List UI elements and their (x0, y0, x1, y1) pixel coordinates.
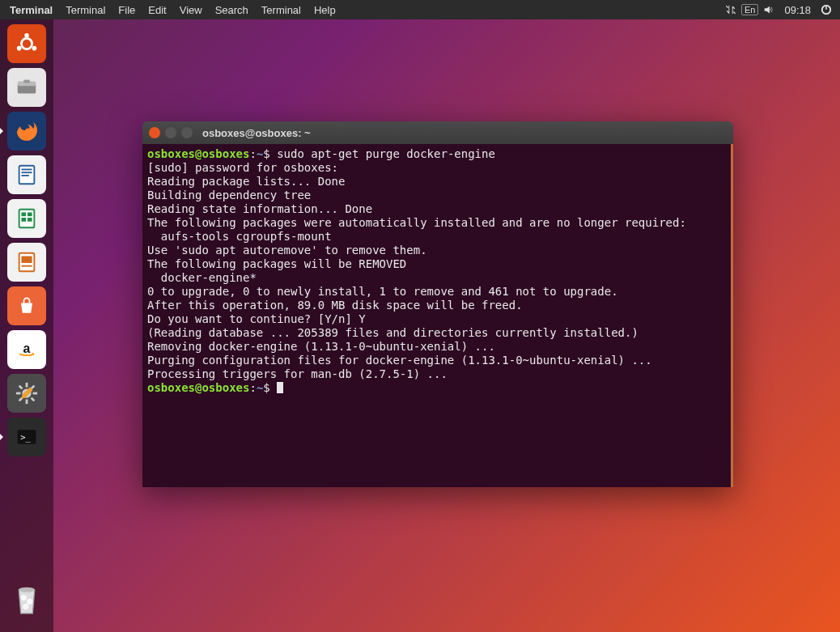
launcher-trash[interactable] (7, 580, 46, 619)
svg-text:>_: >_ (20, 432, 31, 443)
svg-point-5 (32, 46, 37, 51)
svg-line-30 (32, 386, 35, 389)
volume-icon[interactable] (758, 4, 779, 15)
terminal-window: osboxes@osboxes: ~ osboxes@osboxes:~$ su… (142, 121, 733, 487)
clock[interactable]: 09:18 (779, 4, 816, 16)
launcher-software[interactable] (7, 286, 46, 325)
launcher-impress[interactable] (7, 243, 46, 282)
launcher-writer[interactable] (7, 155, 46, 194)
terminal-cursor (277, 382, 283, 393)
window-titlebar[interactable]: osboxes@osboxes: ~ (142, 121, 733, 144)
launcher-sidebar: a>_ (0, 19, 53, 632)
svg-point-34 (19, 587, 35, 592)
minimize-icon[interactable] (165, 127, 176, 138)
menu-terminal[interactable]: Terminal (59, 4, 112, 16)
svg-rect-11 (21, 169, 32, 171)
menu-view[interactable]: View (173, 4, 209, 16)
svg-line-28 (19, 386, 23, 389)
menu-file[interactable]: File (112, 4, 142, 16)
svg-rect-18 (28, 218, 32, 222)
svg-point-35 (21, 595, 27, 600)
svg-text:a: a (23, 341, 31, 355)
svg-line-29 (32, 398, 35, 401)
svg-rect-13 (21, 175, 28, 176)
launcher-dash[interactable] (7, 24, 46, 63)
svg-rect-16 (28, 213, 32, 217)
svg-point-37 (23, 604, 28, 609)
top-menubar: Terminal Terminal File Edit View Search … (0, 0, 840, 19)
svg-point-3 (24, 33, 29, 38)
network-icon[interactable] (720, 4, 741, 15)
svg-rect-8 (23, 80, 30, 83)
launcher-settings[interactable] (7, 374, 46, 413)
power-icon[interactable] (816, 4, 837, 15)
launcher-files[interactable] (7, 68, 46, 107)
svg-point-4 (17, 46, 22, 51)
menu-edit[interactable]: Edit (142, 4, 172, 16)
menu-search[interactable]: Search (209, 4, 255, 16)
language-indicator[interactable]: En (741, 4, 758, 15)
close-icon[interactable] (149, 127, 160, 138)
svg-rect-17 (21, 218, 26, 222)
terminal-command: sudo apt-get purge docker-engine (277, 147, 495, 160)
svg-rect-15 (21, 213, 26, 217)
launcher-calc[interactable] (7, 199, 46, 238)
svg-rect-21 (21, 265, 32, 267)
launcher-firefox[interactable] (7, 112, 46, 151)
svg-rect-20 (21, 257, 32, 263)
active-app-title: Terminal (3, 4, 59, 16)
menu-terminal2[interactable]: Terminal (255, 4, 308, 16)
terminal-body[interactable]: osboxes@osboxes:~$ sudo apt-get purge do… (142, 144, 733, 487)
launcher-amazon[interactable]: a (7, 330, 46, 369)
svg-rect-12 (21, 172, 32, 173)
maximize-icon[interactable] (181, 127, 193, 138)
svg-point-36 (27, 599, 32, 604)
window-title: osboxes@osboxes: ~ (202, 127, 311, 139)
menu-help[interactable]: Help (308, 4, 342, 16)
launcher-terminal[interactable]: >_ (7, 418, 46, 456)
